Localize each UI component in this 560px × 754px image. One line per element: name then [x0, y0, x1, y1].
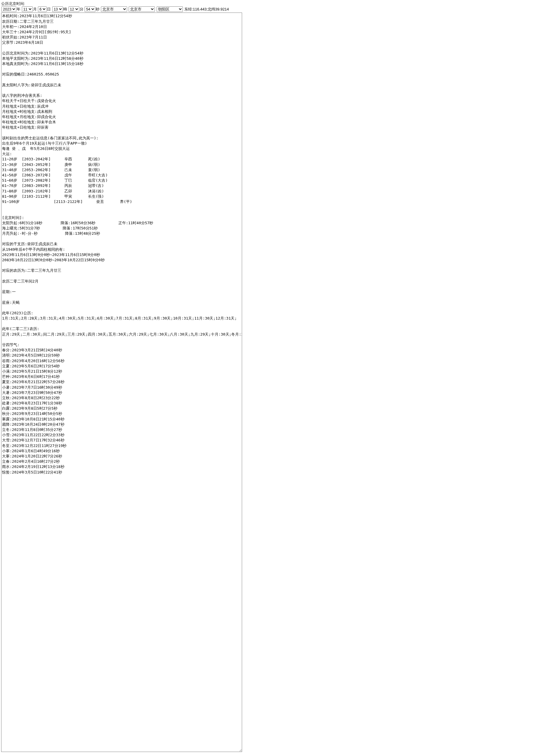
second-select[interactable]: 54	[85, 6, 95, 12]
day-select[interactable]: 6	[38, 6, 47, 12]
second-suffix: 秒	[96, 7, 99, 12]
year-select[interactable]: 2023	[1, 6, 16, 12]
city-select[interactable]: 北京市	[128, 6, 155, 12]
district-select[interactable]: 朝阳区	[157, 6, 183, 12]
year-suffix: 年	[17, 7, 20, 12]
hour-suffix: 時	[63, 7, 67, 12]
minute-suffix: 分	[80, 7, 83, 12]
result-textarea[interactable]	[1, 13, 242, 752]
month-select[interactable]: 11	[22, 6, 33, 12]
minute-select[interactable]: 12	[68, 6, 79, 12]
province-select[interactable]: 北京市	[101, 6, 127, 12]
month-suffix: 月	[33, 7, 37, 12]
title-label: 公历北京时间:	[1, 1, 25, 6]
coordinates-label: 东经:116.443;北纬39.9214	[184, 7, 229, 12]
day-suffix: 日	[47, 7, 51, 12]
hour-select[interactable]: 13	[52, 6, 63, 12]
